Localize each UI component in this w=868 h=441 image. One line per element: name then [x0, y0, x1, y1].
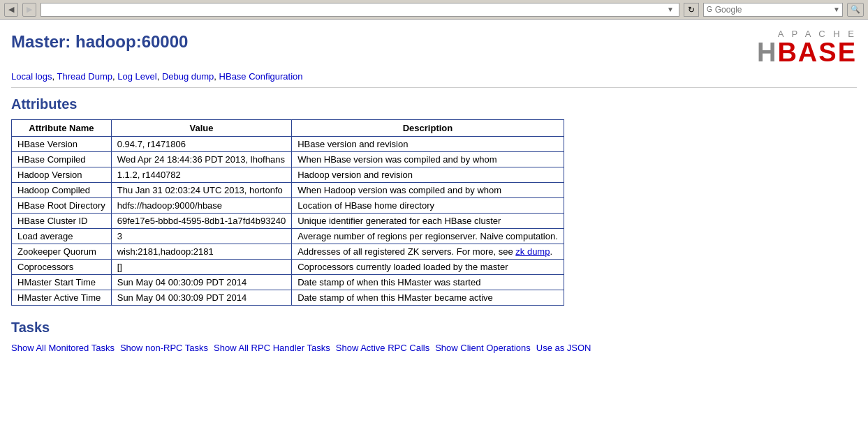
search-bar: G ▼ [703, 3, 843, 17]
hbase-logo: A P A C H E HBASE [757, 25, 857, 66]
page-title: Master: hadoop:60000 [11, 25, 188, 52]
table-header-row: Attribute Name Value Description [12, 120, 564, 137]
url-input[interactable]: hadoop:60010/master-status [44, 5, 662, 15]
table-row: HBase Cluster ID69fe17e5-bbbd-4595-8db1-… [12, 214, 564, 229]
table-row: HMaster Start TimeSun May 04 00:30:09 PD… [12, 275, 564, 290]
attribute-name-cell: HBase Cluster ID [12, 214, 112, 229]
attribute-name-cell: Hadoop Compiled [12, 183, 112, 198]
attribute-name-cell: HBase Compiled [12, 152, 112, 167]
hbase-brand-text: HBASE [757, 39, 857, 66]
table-row: HBase Version0.94.7, r1471806HBase versi… [12, 137, 564, 152]
thread-dump-link[interactable]: Thread Dump [57, 71, 112, 82]
google-icon: G [704, 6, 715, 13]
show-all-monitored-tasks-link[interactable]: Show All Monitored Tasks [11, 343, 115, 353]
col-header-description: Description [292, 120, 564, 137]
tasks-title: Tasks [11, 320, 857, 336]
attribute-value-cell: Wed Apr 24 18:44:36 PDT 2013, lhofhans [111, 152, 291, 167]
hbase-e: E [838, 38, 857, 67]
show-all-rpc-handler-tasks-link[interactable]: Show All RPC Handler Tasks [214, 343, 330, 353]
attribute-description-cell: Coprocessors currently loaded loaded by … [292, 260, 564, 275]
refresh-button[interactable]: ↻ [684, 3, 699, 17]
attribute-value-cell: 1.1.2, r1440782 [111, 167, 291, 183]
attribute-name-cell: Load average [12, 229, 112, 244]
attribute-value-cell: Thu Jan 31 02:03:24 UTC 2013, hortonfo [111, 183, 291, 198]
attribute-name-cell: HMaster Start Time [12, 275, 112, 290]
table-row: Zookeeper Quorumwish:2181,hadoop:2181Add… [12, 244, 564, 260]
url-dropdown-icon[interactable]: ▼ [665, 4, 676, 15]
search-dropdown-icon[interactable]: ▼ [831, 4, 842, 15]
local-logs-link[interactable]: Local logs [11, 71, 52, 82]
attribute-name-cell: HMaster Active Time [12, 290, 112, 306]
show-client-operations-link[interactable]: Show Client Operations [435, 343, 531, 353]
attribute-value-cell: 69fe17e5-bbbd-4595-8db1-1a7fd4b93240 [111, 214, 291, 229]
attribute-description-cell: Date stamp of when this HMaster was star… [292, 275, 564, 290]
show-non-rpc-tasks-link[interactable]: Show non-RPC Tasks [120, 343, 208, 353]
page-header: Master: hadoop:60000 A P A C H E HBASE [11, 25, 857, 66]
attribute-value-cell: hdfs://hadoop:9000/hbase [111, 198, 291, 214]
nav-links: Local logs, Thread Dump, Log Level, Debu… [11, 71, 857, 82]
tasks-section: Tasks Show All Monitored Tasks Show non-… [11, 320, 857, 353]
show-active-rpc-calls-link[interactable]: Show Active RPC Calls [336, 343, 429, 353]
attribute-value-cell: [] [111, 260, 291, 275]
attribute-value-cell: 3 [111, 229, 291, 244]
attribute-description-cell: Date stamp of when this HMaster became a… [292, 290, 564, 306]
attribute-value-cell: Sun May 04 00:30:09 PDT 2014 [111, 275, 291, 290]
browser-chrome: ◀ ▶ hadoop:60010/master-status ▼ ↻ G ▼ 🔍 [0, 0, 868, 20]
table-row: HBase CompiledWed Apr 24 18:44:36 PDT 20… [12, 152, 564, 167]
divider [11, 87, 857, 88]
hbase-b1: B [777, 38, 797, 67]
attributes-table: Attribute Name Value Description HBase V… [11, 119, 564, 306]
attribute-name-cell: Zookeeper Quorum [12, 244, 112, 260]
attribute-name-cell: HBase Version [12, 137, 112, 152]
table-row: Hadoop CompiledThu Jan 31 02:03:24 UTC 2… [12, 183, 564, 198]
hbase-s: S [818, 38, 837, 67]
attribute-name-cell: Coprocessors [12, 260, 112, 275]
attribute-value-cell: wish:2181,hadoop:2181 [111, 244, 291, 260]
zk-dump-link[interactable]: zk dump [515, 246, 550, 257]
attribute-description-cell: When HBase version was compiled and by w… [292, 152, 564, 167]
log-level-link[interactable]: Log Level [117, 71, 156, 82]
table-row: Load average3Average number of regions p… [12, 229, 564, 244]
table-row: Coprocessors[]Coprocessors currently loa… [12, 260, 564, 275]
attribute-description-cell: Average number of regions per regionserv… [292, 229, 564, 244]
attributes-title: Attributes [11, 96, 857, 112]
back-button[interactable]: ◀ [4, 3, 18, 17]
attribute-description-cell: Location of HBase home directory [292, 198, 564, 214]
attribute-value-cell: Sun May 04 00:30:09 PDT 2014 [111, 290, 291, 306]
hbase-a: A [798, 38, 818, 67]
use-as-json-link[interactable]: Use as JSON [536, 343, 591, 353]
search-submit-button[interactable]: 🔍 [847, 3, 864, 17]
hbase-h: H [757, 38, 777, 67]
attribute-name-cell: Hadoop Version [12, 167, 112, 183]
task-links: Show All Monitored Tasks Show non-RPC Ta… [11, 343, 857, 353]
col-header-value: Value [111, 120, 291, 137]
debug-dump-link[interactable]: Debug dump [162, 71, 214, 82]
attribute-description-cell: Unique identifier generated for each HBa… [292, 214, 564, 229]
attributes-section: Attributes Attribute Name Value Descript… [11, 96, 857, 306]
attribute-description-cell: Hadoop version and revision [292, 167, 564, 183]
hbase-configuration-link[interactable]: HBase Configuration [219, 71, 303, 82]
page-content: Master: hadoop:60000 A P A C H E HBASE L… [0, 20, 868, 359]
forward-button[interactable]: ▶ [22, 3, 36, 17]
attribute-description-cell: Addresses of all registered ZK servers. … [292, 244, 564, 260]
col-header-attribute-name: Attribute Name [12, 120, 112, 137]
search-input[interactable] [715, 5, 831, 15]
table-row: HMaster Active TimeSun May 04 00:30:09 P… [12, 290, 564, 306]
attribute-name-cell: HBase Root Directory [12, 198, 112, 214]
attribute-description-cell: When Hadoop version was compiled and by … [292, 183, 564, 198]
attribute-description-cell: HBase version and revision [292, 137, 564, 152]
table-row: HBase Root Directoryhdfs://hadoop:9000/h… [12, 198, 564, 214]
address-bar: hadoop:60010/master-status ▼ [41, 3, 679, 17]
attribute-value-cell: 0.94.7, r1471806 [111, 137, 291, 152]
table-row: Hadoop Version1.1.2, r1440782Hadoop vers… [12, 167, 564, 183]
